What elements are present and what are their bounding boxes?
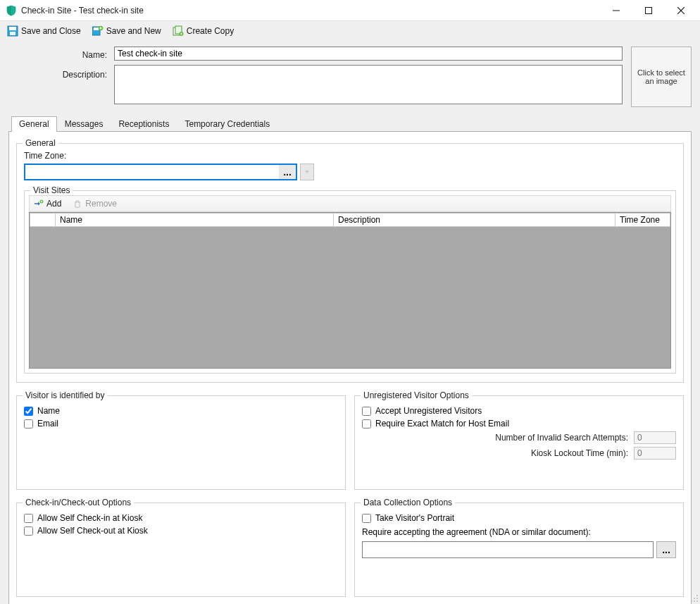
save-and-close-button[interactable]: Save and Close <box>3 24 85 38</box>
invalid-attempts-label: Number of Invalid Search Attempts: <box>362 433 628 443</box>
visit-sites-remove-label: Remove <box>85 199 117 209</box>
image-picker-label: Click to select an image <box>635 68 688 85</box>
group-unregistered-options: Unregistered Visitor Options Accept Unre… <box>354 395 684 490</box>
close-button[interactable] <box>665 0 697 21</box>
save-new-icon <box>92 25 104 37</box>
create-copy-button[interactable]: Create Copy <box>168 24 238 38</box>
name-label: Name: <box>8 50 107 60</box>
save-close-icon <box>7 25 18 37</box>
identify-name-label: Name <box>37 406 60 416</box>
visit-sites-remove-button[interactable]: Remove <box>70 198 120 209</box>
name-field[interactable] <box>114 47 623 61</box>
title-bar: Check-in Site - Test check-in site <box>0 0 700 21</box>
timezone-browse-button[interactable]: ... <box>279 164 297 180</box>
group-checkin-legend: Check-in/Check-out Options <box>23 498 134 507</box>
accept-unregistered-checkbox[interactable] <box>362 407 371 416</box>
svg-point-12 <box>694 598 695 599</box>
svg-rect-3 <box>10 32 15 35</box>
top-form: Name: Description: Click to select an im… <box>8 47 692 107</box>
exact-match-checkbox[interactable] <box>362 419 371 429</box>
agreement-field[interactable] <box>362 541 654 558</box>
svg-point-15 <box>694 600 695 602</box>
timezone-label: Time Zone: <box>24 151 676 161</box>
window-title: Check-in Site - Test check-in site <box>21 6 600 16</box>
checkbox-row-name: Name <box>24 406 338 416</box>
group-general: General Time Zone: ... Visit Sites <box>16 143 684 383</box>
tab-strip: General Messages Receptionists Temporary… <box>8 116 692 132</box>
description-label: Description: <box>8 70 107 80</box>
visit-sites-toolbar: Add Remove <box>29 195 671 212</box>
exact-match-label: Require Exact Match for Host Email <box>375 419 509 429</box>
self-checkin-label: Allow Self Check-in at Kiosk <box>37 513 142 523</box>
take-portrait-checkbox[interactable] <box>362 514 371 523</box>
take-portrait-label: Take Visitor's Portrait <box>375 513 454 523</box>
identify-name-checkbox[interactable] <box>24 407 33 416</box>
tab-receptionists[interactable]: Receptionists <box>111 116 177 132</box>
identify-email-label: Email <box>37 419 58 429</box>
remove-icon <box>73 199 82 209</box>
invalid-attempts-field <box>634 431 676 444</box>
self-checkout-label: Allow Self Check-out at Kiosk <box>37 526 148 536</box>
self-checkout-checkbox[interactable] <box>24 526 33 536</box>
visit-sites-add-label: Add <box>46 199 61 209</box>
resize-grip-icon[interactable] <box>689 593 699 603</box>
group-visitor-identified-legend: Visitor is identified by <box>23 390 108 400</box>
save-and-close-label: Save and Close <box>21 26 81 36</box>
checkbox-row-exact-match: Require Exact Match for Host Email <box>362 419 676 429</box>
timezone-dropdown-button[interactable] <box>300 164 314 180</box>
group-visit-sites-legend: Visit Sites <box>30 185 73 195</box>
group-visit-sites: Visit Sites Add <box>24 190 676 374</box>
tab-messages[interactable]: Messages <box>57 116 111 132</box>
svg-point-14 <box>691 600 692 602</box>
toolbar: Save and Close Save and New Create Copy <box>0 21 700 41</box>
save-and-new-label: Save and New <box>106 26 161 36</box>
svg-rect-2 <box>9 27 16 30</box>
lockout-time-label: Kiosk Lockout Time (min): <box>362 448 628 458</box>
self-checkin-checkbox[interactable] <box>24 514 33 523</box>
add-icon <box>34 199 44 209</box>
visit-col-timezone[interactable]: Time Zone <box>615 214 670 227</box>
image-picker[interactable]: Click to select an image <box>631 47 692 107</box>
visit-sites-add-button[interactable]: Add <box>31 198 64 209</box>
tab-temporary-credentials[interactable]: Temporary Credentials <box>177 116 277 132</box>
tab-general[interactable]: General <box>11 116 57 132</box>
identify-email-checkbox[interactable] <box>24 419 33 429</box>
svg-rect-0 <box>646 7 652 13</box>
group-visitor-identified: Visitor is identified by Name Email <box>16 395 346 490</box>
group-data-collection-legend: Data Collection Options <box>361 498 455 507</box>
agreement-browse-button[interactable]: ... <box>656 541 676 558</box>
svg-point-16 <box>696 600 698 602</box>
checkbox-row-accept-unreg: Accept Unregistered Visitors <box>362 406 676 416</box>
maximize-button[interactable] <box>632 0 665 21</box>
group-general-legend: General <box>23 138 58 148</box>
checkbox-row-self-checkin: Allow Self Check-in at Kiosk <box>24 513 338 523</box>
app-shield-icon <box>6 5 17 16</box>
description-field[interactable] <box>114 65 623 104</box>
lockout-time-field <box>634 447 676 460</box>
create-copy-label: Create Copy <box>187 26 234 36</box>
group-unregistered-legend: Unregistered Visitor Options <box>361 390 472 400</box>
save-and-new-button[interactable]: Save and New <box>88 24 165 38</box>
group-data-collection: Data Collection Options Take Visitor's P… <box>354 503 684 597</box>
visit-col-description[interactable]: Description <box>334 214 615 227</box>
svg-point-13 <box>696 598 698 599</box>
timezone-field[interactable] <box>24 164 279 180</box>
checkbox-row-self-checkout: Allow Self Check-out at Kiosk <box>24 526 338 536</box>
ellipsis-icon: ... <box>662 544 670 555</box>
svg-rect-5 <box>94 27 99 30</box>
ellipsis-icon: ... <box>283 166 292 178</box>
visit-col-name[interactable]: Name <box>56 214 334 227</box>
group-checkin-options: Check-in/Check-out Options Allow Self Ch… <box>16 503 346 597</box>
visit-sites-grid[interactable]: Name Description Time Zone <box>29 212 671 369</box>
tab-body-general: General Time Zone: ... Visit Sites <box>8 132 692 604</box>
content-area: Name: Description: Click to select an im… <box>0 41 700 604</box>
checkbox-row-email: Email <box>24 419 338 429</box>
minimize-button[interactable] <box>600 0 632 21</box>
visit-col-selector[interactable] <box>30 214 56 227</box>
agreement-label: Require accepting the agreement (NDA or … <box>362 527 591 537</box>
svg-point-11 <box>696 595 698 596</box>
checkbox-row-portrait: Take Visitor's Portrait <box>362 513 676 523</box>
accept-unregistered-label: Accept Unregistered Visitors <box>375 406 482 416</box>
create-copy-icon <box>173 25 184 37</box>
chevron-down-icon <box>304 167 310 177</box>
